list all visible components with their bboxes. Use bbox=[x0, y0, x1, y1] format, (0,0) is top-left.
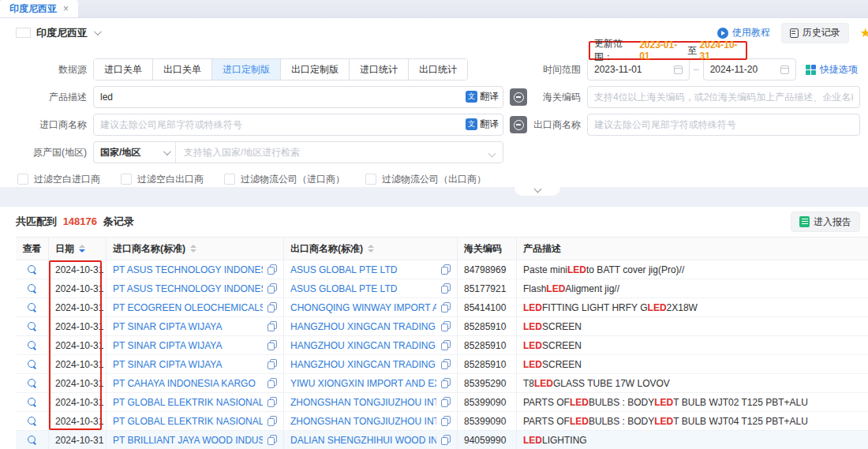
chevron-down-icon[interactable] bbox=[94, 28, 102, 36]
checkbox-label: 过滤物流公司（出口商） bbox=[382, 173, 486, 186]
enter-report-button[interactable]: 进入报告 bbox=[791, 211, 860, 232]
copy-icon[interactable] bbox=[268, 359, 277, 369]
sort-carets-icon[interactable] bbox=[368, 245, 374, 253]
copy-icon[interactable] bbox=[268, 283, 277, 294]
exporter-input[interactable] bbox=[587, 114, 860, 136]
copy-icon[interactable] bbox=[441, 264, 451, 275]
importer-link[interactable]: PT SINAR CIPTA WIJAYA bbox=[113, 340, 263, 351]
copy-icon[interactable] bbox=[268, 302, 277, 312]
exporter-link[interactable]: HANGZHOU XINGCAN TRADING CO LTD bbox=[290, 359, 436, 370]
view-magnifier-icon[interactable] bbox=[28, 417, 37, 426]
origin-search-input[interactable] bbox=[176, 147, 503, 158]
filter-checkbox-2[interactable]: 过滤物流公司（进口商） bbox=[224, 173, 345, 186]
copy-icon[interactable] bbox=[268, 416, 277, 426]
importer-link[interactable]: PT GLOBAL ELEKTRIK NASIONAL bbox=[113, 397, 263, 408]
datasource-tab-0[interactable]: 进口关单 bbox=[94, 59, 153, 80]
view-cell bbox=[16, 298, 49, 316]
datasource-tab-3[interactable]: 出口定制版 bbox=[281, 59, 350, 80]
table-row: 2024-10-31PT ECOGREEN OLEOCHEMICALSCHONG… bbox=[16, 298, 868, 317]
filter-checkbox-0[interactable]: 过滤空白进口商 bbox=[17, 173, 100, 186]
importer-link[interactable]: PT BRILLIANT JAYA WOOD INDUSTRY bbox=[113, 435, 263, 446]
exporter-link[interactable]: YIWU XIONGXIN IMPORT AND EXPORT... bbox=[290, 378, 436, 389]
exact-match-toggle[interactable] bbox=[510, 88, 527, 106]
copy-icon[interactable] bbox=[268, 378, 277, 388]
exporter-link[interactable]: ASUS GLOBAL PTE LTD bbox=[290, 264, 436, 275]
copy-icon[interactable] bbox=[268, 435, 277, 445]
copy-icon[interactable] bbox=[441, 283, 451, 294]
origin-type-select[interactable]: 国家/地区 bbox=[94, 142, 176, 163]
view-magnifier-icon[interactable] bbox=[28, 341, 37, 350]
column-header-3[interactable]: 出口商名称(标准) bbox=[284, 238, 458, 260]
importer-input[interactable] bbox=[93, 114, 503, 136]
importer-cell: PT SINAR CIPTA WIJAYA bbox=[107, 336, 284, 354]
importer-link[interactable]: PT SINAR CIPTA WIJAYA bbox=[113, 359, 263, 370]
copy-icon[interactable] bbox=[441, 397, 451, 407]
checkbox-icon[interactable] bbox=[365, 174, 376, 185]
view-magnifier-icon[interactable] bbox=[28, 436, 37, 445]
tab-close-icon[interactable]: × bbox=[63, 3, 69, 14]
copy-icon[interactable] bbox=[441, 359, 451, 369]
exporter-link[interactable]: CHONGQING WINWAY IMPORT AND E... bbox=[290, 302, 436, 313]
copy-icon[interactable] bbox=[441, 435, 451, 445]
importer-link[interactable]: PT ASUS TECHNOLOGY INDONESIA BA... bbox=[113, 283, 263, 294]
view-magnifier-icon[interactable] bbox=[28, 265, 37, 275]
column-header-2[interactable]: 进口商名称(标准) bbox=[107, 238, 284, 260]
origin-select-value: 国家/地区 bbox=[100, 146, 140, 159]
filter-checkbox-3[interactable]: 过滤物流公司（出口商） bbox=[365, 173, 486, 186]
view-magnifier-icon[interactable] bbox=[28, 303, 37, 312]
copy-icon[interactable] bbox=[268, 397, 277, 407]
view-magnifier-icon[interactable] bbox=[28, 398, 37, 407]
country-selector-label[interactable]: 印度尼西亚 bbox=[36, 26, 88, 40]
copy-icon[interactable] bbox=[441, 416, 451, 426]
importer-link[interactable]: PT CAHAYA INDONESIA KARGO bbox=[113, 378, 263, 389]
checkbox-icon[interactable] bbox=[121, 174, 132, 185]
exporter-link[interactable]: HANGZHOU XINGCAN TRADING CO LTD bbox=[290, 340, 436, 351]
copy-icon[interactable] bbox=[441, 302, 451, 312]
quick-options-button[interactable]: 快捷选项 bbox=[806, 63, 858, 77]
copy-icon[interactable] bbox=[441, 340, 451, 350]
filter-checkbox-1[interactable]: 过滤空白出口商 bbox=[121, 173, 204, 186]
product-input[interactable] bbox=[93, 86, 503, 108]
importer-link[interactable]: PT ECOGREEN OLEOCHEMICALS bbox=[113, 302, 263, 313]
date-from-input[interactable]: 2023-11-01 bbox=[587, 58, 690, 80]
favorite-star-icon[interactable]: ★ bbox=[860, 25, 868, 40]
column-header-1[interactable]: 日期 bbox=[49, 238, 107, 260]
view-magnifier-icon[interactable] bbox=[28, 322, 37, 331]
view-magnifier-icon[interactable] bbox=[28, 284, 37, 294]
exporter-link[interactable]: ZHONGSHAN TONGJIUZHOU INTERNA... bbox=[290, 416, 436, 427]
exporter-link[interactable]: DALIAN SHENGZHIHUI WOOD INDUST... bbox=[290, 435, 436, 446]
importer-link[interactable]: PT GLOBAL ELEKTRIK NASIONAL bbox=[113, 416, 263, 427]
translate-button[interactable]: 文 翻译 bbox=[466, 118, 499, 131]
history-button[interactable]: 历史记录 bbox=[781, 23, 849, 43]
copy-icon[interactable] bbox=[441, 321, 451, 331]
exporter-label: 出口商名称 bbox=[527, 118, 587, 132]
hscode-input[interactable] bbox=[587, 86, 860, 108]
sort-carets-icon[interactable] bbox=[190, 245, 196, 253]
view-cell bbox=[16, 355, 49, 373]
importer-link[interactable]: PT SINAR CIPTA WIJAYA bbox=[113, 321, 263, 332]
exporter-link[interactable]: ASUS GLOBAL PTE LTD bbox=[290, 283, 436, 294]
copy-icon[interactable] bbox=[268, 321, 277, 331]
sort-carets-icon[interactable] bbox=[79, 245, 85, 253]
datasource-tab-2[interactable]: 进口定制版 bbox=[212, 59, 281, 80]
copy-icon[interactable] bbox=[268, 340, 277, 350]
copy-icon[interactable] bbox=[441, 378, 451, 388]
tab-indonesia[interactable]: 印度尼西亚 × bbox=[0, 0, 78, 17]
exact-match-toggle[interactable] bbox=[510, 116, 527, 133]
translate-button[interactable]: 文 翻译 bbox=[466, 90, 499, 103]
date-to-input[interactable]: 2024-11-20 bbox=[703, 58, 796, 80]
collapse-panel-button[interactable] bbox=[514, 186, 560, 196]
checkbox-icon[interactable] bbox=[224, 174, 235, 185]
checkbox-icon[interactable] bbox=[17, 174, 28, 185]
datasource-tab-4[interactable]: 进口统计 bbox=[350, 59, 409, 80]
view-magnifier-icon[interactable] bbox=[28, 360, 37, 369]
view-magnifier-icon[interactable] bbox=[28, 379, 37, 388]
copy-icon[interactable] bbox=[268, 264, 277, 275]
exporter-link[interactable]: ZHONGSHAN TONGJIUZHOU INTERNA... bbox=[290, 397, 436, 408]
datasource-tab-5[interactable]: 出口统计 bbox=[409, 59, 467, 80]
datasource-tab-1[interactable]: 出口关单 bbox=[153, 59, 212, 80]
exporter-link[interactable]: HANGZHOU XINGCAN TRADING CO LTD bbox=[290, 321, 436, 332]
tutorial-button[interactable]: 使用教程 bbox=[717, 26, 770, 39]
importer-link[interactable]: PT ASUS TECHNOLOGY INDONESIA BA... bbox=[113, 264, 263, 275]
exporter-cell: HANGZHOU XINGCAN TRADING CO LTD bbox=[284, 355, 458, 373]
